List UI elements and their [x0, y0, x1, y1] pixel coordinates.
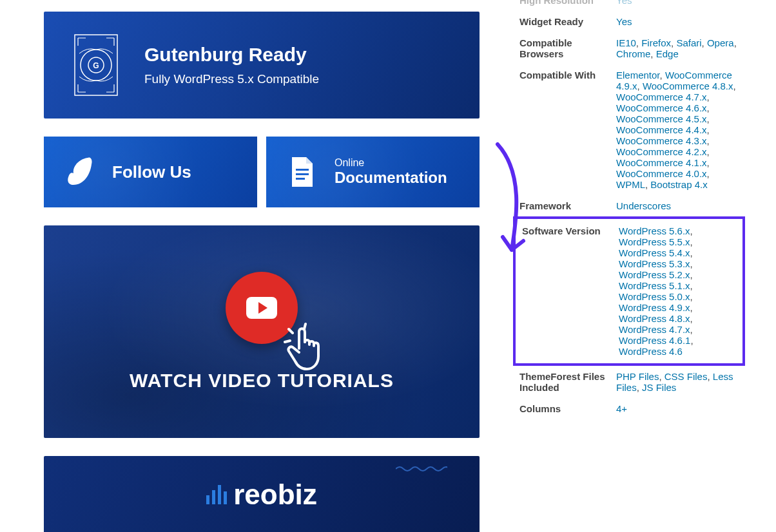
spec-row-compatible-with: Compatible With Elementor, WooCommerce 4… [513, 64, 745, 195]
spec-link[interactable]: IE10 [616, 37, 636, 48]
document-icon [284, 154, 320, 190]
spec-link[interactable]: WPML [616, 179, 645, 190]
promo-column: G Gutenburg Ready Fully WordPress 5.x Co… [44, 12, 480, 532]
spec-label: Software Version [522, 225, 619, 236]
spec-link[interactable]: WooCommerce 4.4.x [616, 124, 707, 135]
reobiz-logo-banner[interactable]: reobiz [44, 456, 480, 532]
spec-value-compatible: Elementor, WooCommerce 4.9.x, WooCommerc… [616, 70, 739, 190]
spec-row-widget-ready: Widget Ready Yes [513, 11, 745, 32]
gutenburg-text: Gutenburg Ready Fully WordPress 5.x Comp… [144, 44, 319, 86]
spec-label: ThemeForest Files Included [519, 371, 616, 393]
spec-link[interactable]: Safari [676, 37, 701, 48]
spec-label: Framework [519, 200, 616, 211]
spec-value-columns: 4+ [616, 403, 739, 414]
spec-value-software: WordPress 5.6.x, WordPress 5.5.x, WordPr… [619, 225, 736, 357]
envato-leaf-icon [62, 154, 98, 190]
spec-value-browsers: IE10, Firefox, Safari, Opera, Chrome, Ed… [616, 37, 739, 59]
spec-link[interactable]: Yes [616, 0, 632, 6]
spec-link[interactable]: WordPress 4.9.x [619, 302, 690, 313]
spec-link[interactable]: WordPress 5.5.x [619, 236, 690, 247]
spec-link[interactable]: WooCommerce 4.0.x [616, 168, 707, 179]
spec-link[interactable]: WordPress 5.6.x [619, 225, 690, 236]
wave-decoration-icon [396, 465, 447, 473]
reobiz-logo: reobiz [206, 479, 317, 511]
spec-link[interactable]: WordPress 5.1.x [619, 280, 690, 291]
spec-value-tffiles: PHP Files, CSS Files, Less Files, JS Fil… [616, 371, 739, 393]
follow-us-banner[interactable]: Follow Us [44, 137, 257, 207]
spec-link[interactable]: WooCommerce 4.1.x [616, 157, 707, 168]
spec-row-framework: Framework Underscores [513, 195, 745, 216]
spec-label: Widget Ready [519, 16, 616, 27]
spec-link[interactable]: WordPress 4.7.x [619, 324, 690, 335]
svg-rect-4 [296, 169, 309, 171]
gutenburg-logo-icon: G [73, 33, 119, 97]
spec-row-high-resolution: High Resolution Yes [513, 0, 745, 11]
spec-link[interactable]: WooCommerce 4.7.x [616, 91, 707, 102]
spec-label: Compatible With [519, 70, 616, 81]
svg-rect-6 [296, 178, 305, 180]
video-title: WATCH VIDEO TUTORIALS [130, 370, 394, 392]
spec-link[interactable]: WordPress 5.3.x [619, 258, 690, 269]
spec-row-browsers: Compatible Browsers IE10, Firefox, Safar… [513, 32, 745, 64]
spec-link[interactable]: CSS Files [664, 371, 708, 382]
spec-link[interactable]: WordPress 5.2.x [619, 269, 690, 280]
spec-link[interactable]: Elementor [616, 70, 660, 81]
spec-link[interactable]: WordPress 5.4.x [619, 247, 690, 258]
spec-link[interactable]: WordPress 5.0.x [619, 291, 690, 302]
documentation-banner[interactable]: Online Documentation [266, 137, 480, 207]
follow-us-label: Follow Us [112, 162, 191, 182]
spec-link[interactable]: JS Files [642, 382, 676, 393]
spec-label: Compatible Browsers [519, 37, 616, 59]
spec-row-tf-files: ThemeForest Files Included PHP Files, CS… [513, 366, 745, 398]
spec-link[interactable]: Firefox [641, 37, 671, 48]
spec-table: High Resolution Yes Widget Ready Yes Com… [513, 0, 745, 419]
two-banners-row: Follow Us Online Documentation [44, 137, 480, 207]
spec-label: High Resolution [519, 0, 616, 6]
svg-rect-5 [296, 173, 309, 175]
highlighted-software-version: Software Version WordPress 5.6.x, WordPr… [513, 216, 745, 366]
reobiz-logo-text: reobiz [233, 479, 317, 511]
spec-row-columns: Columns 4+ [513, 398, 745, 419]
spec-link[interactable]: WooCommerce 4.2.x [616, 146, 707, 157]
spec-value-framework: Underscores [616, 200, 739, 211]
gutenburg-title: Gutenburg Ready [144, 44, 319, 66]
gutenburg-subtitle: Fully WordPress 5.x Compatible [144, 72, 319, 86]
spec-link[interactable]: WooCommerce 4.5.x [616, 113, 707, 124]
spec-link[interactable]: WordPress 4.6 [619, 346, 683, 357]
video-tutorials-banner[interactable]: WATCH VIDEO TUTORIALS [44, 225, 480, 438]
spec-link[interactable]: WooCommerce 4.3.x [616, 135, 707, 146]
spec-link[interactable]: Edge [656, 48, 679, 59]
svg-text:G: G [93, 61, 99, 70]
spec-row-software-version: Software Version WordPress 5.6.x, WordPr… [516, 220, 742, 362]
gutenburg-banner[interactable]: G Gutenburg Ready Fully WordPress 5.x Co… [44, 12, 480, 119]
spec-link[interactable]: WordPress 4.8.x [619, 313, 690, 324]
spec-link[interactable]: 4+ [616, 403, 627, 414]
spec-link[interactable]: Opera [707, 37, 734, 48]
click-hand-icon [280, 320, 338, 381]
spec-link[interactable]: WooCommerce 4.6.x [616, 102, 707, 113]
spec-label: Columns [519, 403, 616, 414]
docs-line1: Online [335, 157, 447, 169]
spec-link[interactable]: Underscores [616, 200, 671, 211]
docs-line2: Documentation [335, 169, 447, 187]
spec-link[interactable]: PHP Files [616, 371, 659, 382]
spec-link[interactable]: WordPress 4.6.1 [619, 335, 690, 346]
spec-link[interactable]: Yes [616, 16, 632, 27]
bars-icon [206, 485, 227, 504]
spec-link[interactable]: Chrome [616, 48, 650, 59]
spec-link[interactable]: WooCommerce 4.8.x [643, 81, 733, 91]
spec-link[interactable]: Bootstrap 4.x [650, 179, 707, 190]
